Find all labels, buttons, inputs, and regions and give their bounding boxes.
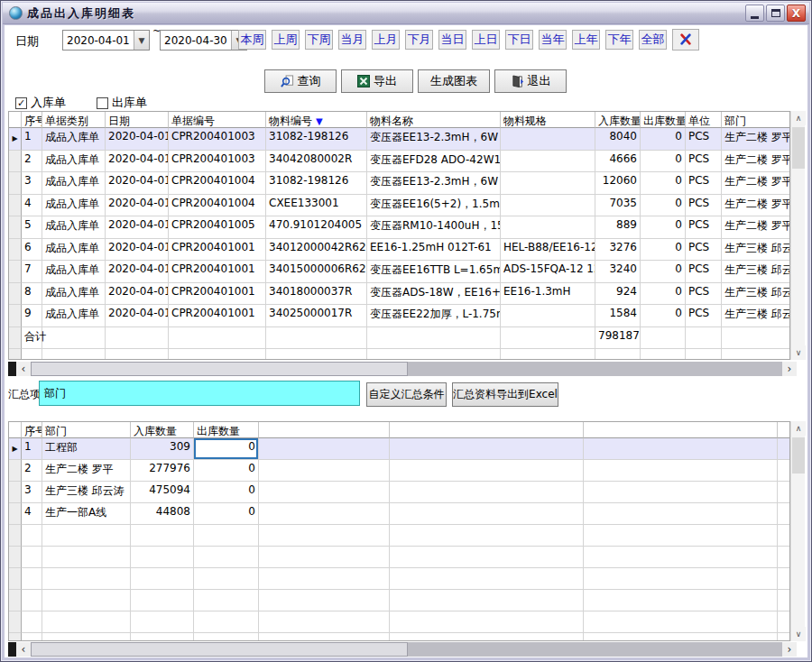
table-row[interactable]: 3成品入库单2020-04-01CPR20040100431082-198126… — [9, 172, 789, 195]
table-cell: 变压器EE16TTB L=1.65mH — [367, 261, 501, 283]
scroll-left-icon[interactable]: ‹ — [16, 362, 31, 376]
quick-range-button-8[interactable]: 上日 — [472, 30, 500, 50]
table-cell — [259, 460, 390, 482]
table-row[interactable]: 7成品入库单2020-04-01CPR20040100134015000006R… — [9, 261, 789, 283]
quick-range-button-4[interactable]: 当月 — [338, 30, 366, 50]
table-cell: 生产一部A线 — [42, 503, 131, 525]
header-cell[interactable]: 物料编号▼ — [266, 112, 367, 128]
scroll-down-icon[interactable]: ∨ — [791, 345, 806, 360]
tools-button[interactable] — [672, 29, 699, 51]
query-button[interactable]: 查询 — [264, 69, 337, 93]
table-row[interactable]: 3生产三楼 邱云涛4750940 — [9, 482, 789, 503]
header-cell[interactable]: 序号 — [22, 422, 42, 438]
table-cell: 5 — [22, 216, 42, 239]
header-cell[interactable]: 序号 — [22, 112, 42, 128]
table-row[interactable]: 9成品入库单2020-04-01CPR20040100134025000017R… — [9, 305, 789, 327]
quick-range-button-3[interactable]: 下周 — [305, 30, 333, 50]
table-cell — [131, 568, 194, 590]
table-cell: 变压器EFD28 ADO-42W1 ( — [367, 151, 501, 173]
header-cell[interactable]: 单据类别 — [42, 112, 106, 128]
header-cell[interactable]: 入库数量 — [131, 422, 194, 438]
inbound-checkbox[interactable]: ✓ — [15, 97, 27, 109]
row-indicator — [9, 239, 22, 262]
scroll-thumb[interactable] — [31, 362, 408, 376]
scroll-up-icon[interactable]: ∧ — [791, 111, 806, 125]
scroll-down-icon[interactable]: ∨ — [791, 627, 806, 641]
header-cell[interactable]: 单位 — [686, 112, 722, 128]
outbound-checkbox[interactable] — [97, 97, 108, 109]
generate-chart-label: 生成图表 — [430, 73, 477, 89]
table-row[interactable]: 5成品入库单2020-04-01CPR200401005470.91012040… — [9, 216, 789, 239]
quick-range-button-6[interactable]: 下月 — [405, 30, 433, 50]
summary-export-excel-button[interactable]: 汇总资料导出到Excel — [452, 382, 558, 407]
table-cell — [501, 305, 595, 327]
scroll-right-icon[interactable]: › — [782, 642, 797, 657]
header-cell[interactable] — [259, 422, 390, 438]
quick-range-button-13[interactable]: 全部 — [639, 30, 667, 50]
export-button[interactable]: 导出 — [341, 69, 413, 93]
scroll-left-icon[interactable]: ‹ — [16, 642, 31, 657]
table-cell — [259, 568, 390, 590]
summary-field-input[interactable]: 部门 — [39, 381, 360, 406]
summary-table-vscrollbar[interactable]: ∧ ∨ — [790, 421, 805, 641]
summary-table-hscrollbar[interactable]: ‹ › — [8, 642, 797, 657]
table-row[interactable]: 6成品入库单2020-04-01CPR20040100134012000042R… — [9, 239, 789, 262]
inbound-filter[interactable]: ✓ 入库单 — [15, 95, 66, 111]
quick-range-button-10[interactable]: 当年 — [539, 30, 567, 50]
maximize-button[interactable] — [766, 5, 785, 22]
header-cell[interactable] — [584, 422, 778, 438]
scroll-thumb[interactable] — [792, 437, 805, 474]
header-cell[interactable]: 物料名称 — [367, 112, 501, 128]
detail-table-hscrollbar[interactable]: ‹ › — [8, 362, 797, 376]
table-cell — [778, 547, 790, 568]
scroll-thumb[interactable] — [792, 127, 805, 169]
table-row[interactable]: ▶1工程部3090 — [9, 438, 789, 460]
scroll-up-icon[interactable]: ∧ — [791, 421, 806, 436]
date-from-combobox[interactable]: 2020-04-01 ▼ — [62, 30, 150, 51]
detail-table-vscrollbar[interactable]: ∧ ∨ — [790, 111, 805, 360]
table-cell: 2020-04-01 — [106, 261, 169, 283]
scroll-thumb[interactable] — [31, 642, 408, 657]
header-cell[interactable]: 日期 — [106, 112, 169, 128]
table-cell: 1584 — [595, 305, 641, 327]
quick-range-button-9[interactable]: 下日 — [505, 30, 533, 50]
header-cell[interactable]: 出库数量 — [194, 422, 259, 438]
table-cell: CPR200401001 — [169, 283, 266, 306]
chevron-down-icon[interactable]: ▼ — [134, 31, 149, 50]
generate-chart-button[interactable]: 生成图表 — [418, 69, 490, 93]
quick-range-button-12[interactable]: 下年 — [605, 30, 633, 50]
table-row[interactable]: ▶1成品入库单2020-04-01CPR20040100331082-19812… — [9, 128, 789, 151]
close-button[interactable]: X — [787, 5, 806, 22]
table-cell — [686, 349, 722, 360]
scroll-right-icon[interactable]: › — [782, 362, 797, 376]
quick-range-button-1[interactable]: 本周 — [238, 30, 266, 50]
header-cell[interactable]: 出库数量 — [641, 112, 686, 128]
table-row[interactable]: 8成品入库单2020-04-01CPR20040100134018000037R… — [9, 283, 789, 306]
quick-range-button-2[interactable]: 上周 — [272, 30, 300, 50]
header-cell[interactable] — [778, 422, 790, 438]
header-cell[interactable]: 部门 — [722, 112, 790, 128]
header-cell[interactable]: 物料规格 — [501, 112, 595, 128]
table-cell: 生产二楼 罗平 — [722, 195, 790, 217]
header-cell[interactable]: 入库数量 — [595, 112, 641, 128]
table-cell — [22, 349, 42, 360]
quick-range-button-5[interactable]: 上月 — [372, 30, 400, 50]
table-row[interactable]: 2成品入库单2020-04-01CPR20040100334042080002R… — [9, 151, 789, 173]
table-cell: 变压器EE16(5+2)，1.5mH — [367, 195, 501, 217]
header-cell[interactable]: 单据编号 — [169, 112, 266, 128]
date-from-value: 2020-04-01 — [63, 34, 134, 47]
quick-range-button-11[interactable]: 上年 — [572, 30, 600, 50]
header-cell[interactable] — [390, 422, 584, 438]
date-to-combobox[interactable]: 2020-04-30 ▼ — [160, 30, 247, 51]
table-cell: 成品入库单 — [42, 151, 106, 173]
minimize-button[interactable] — [745, 5, 764, 22]
custom-summary-button[interactable]: 自定义汇总条件 — [366, 382, 447, 407]
table-row[interactable]: 2生产二楼 罗平2779760 — [9, 460, 789, 482]
outbound-filter[interactable]: 出库单 — [97, 95, 147, 111]
quick-range-button-7[interactable]: 当日 — [438, 30, 466, 50]
table-cell — [42, 547, 131, 568]
table-row[interactable]: 4成品入库单2020-04-01CPR200401004CXEE133001变压… — [9, 195, 789, 217]
header-cell[interactable]: 部门 — [42, 422, 131, 438]
exit-button[interactable]: 退出 — [494, 69, 567, 93]
table-row[interactable]: 4生产一部A线448080 — [9, 503, 789, 525]
